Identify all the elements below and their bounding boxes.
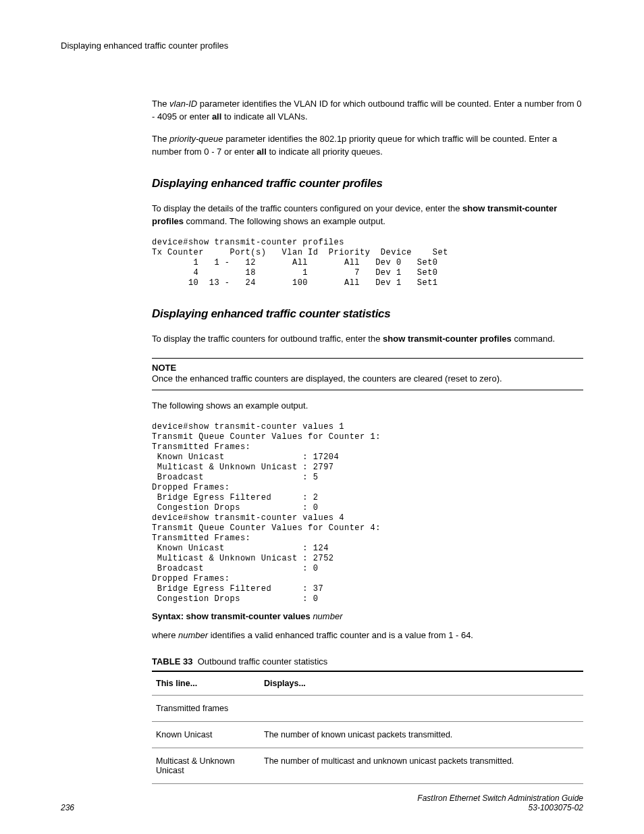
text: command. xyxy=(512,334,555,344)
footer-doc-title: FastIron Ethernet Switch Administration … xyxy=(417,793,583,812)
keyword: all xyxy=(257,147,266,157)
text: The xyxy=(152,99,169,109)
table-header-row: This line... Displays... xyxy=(152,671,583,696)
text: to indicate all priority queues. xyxy=(267,147,383,157)
note-label: NOTE xyxy=(152,363,583,373)
text: command. The following shows an example … xyxy=(184,216,385,226)
doc-number: 53-1003075-02 xyxy=(529,803,583,812)
where-para: where number identifies a valid enhanced… xyxy=(152,629,583,642)
table-title: Outbound traffic counter statistics xyxy=(198,656,328,667)
keyword: all xyxy=(212,111,221,122)
page-number: 236 xyxy=(61,803,74,812)
section-heading-statistics: Displaying enhanced traffic counter stat… xyxy=(152,307,583,321)
section-heading-profiles: Displaying enhanced traffic counter prof… xyxy=(152,177,583,190)
page-footer: 236 FastIron Ethernet Switch Administrat… xyxy=(61,793,583,812)
table-row: Multicast & Unknown Unicast The number o… xyxy=(152,748,583,784)
note-block: NOTE Once the enhanced traffic counters … xyxy=(152,358,583,390)
syntax-line: Syntax: show transmit-counter values num… xyxy=(152,611,583,621)
col-header-line: This line... xyxy=(152,671,260,696)
cell: The number of known unicast packets tran… xyxy=(260,722,583,748)
intro-para-1: The vlan-ID parameter identifies the VLA… xyxy=(152,98,583,124)
cell: Known Unicast xyxy=(152,722,260,748)
cli-output-values: device#show transmit-counter values 1 Tr… xyxy=(152,422,583,604)
after-note-para: The following shows an example output. xyxy=(152,400,583,413)
cell: Transmitted frames xyxy=(152,696,260,722)
syntax-bold: Syntax: show transmit-counter values xyxy=(152,611,311,621)
running-header: Displaying enhanced traffic counter prof… xyxy=(61,41,583,51)
statistics-table: This line... Displays... Transmitted fra… xyxy=(152,671,583,784)
table-row: Transmitted frames xyxy=(152,696,583,722)
param-name: vlan-ID xyxy=(169,99,197,109)
cell: The number of multicast and unknown unic… xyxy=(260,748,583,784)
cell xyxy=(260,696,583,722)
table-row: Known Unicast The number of known unicas… xyxy=(152,722,583,748)
intro-para-2: The priority-queue parameter identifies … xyxy=(152,133,583,159)
section1-para: To display the details of the traffic co… xyxy=(152,203,583,228)
section2-para: To display the traffic counters for outb… xyxy=(152,333,583,346)
table-label: TABLE 33 xyxy=(152,656,192,667)
col-header-displays: Displays... xyxy=(260,671,583,696)
cell: Multicast & Unknown Unicast xyxy=(152,748,260,784)
text: identifies a valid enhanced traffic coun… xyxy=(208,630,473,640)
text: The xyxy=(152,134,169,144)
main-content: The vlan-ID parameter identifies the VLA… xyxy=(152,98,583,784)
text: where xyxy=(152,630,178,640)
table-caption: TABLE 33 Outbound traffic counter statis… xyxy=(152,656,583,667)
command: show transmit-counter profiles xyxy=(383,334,512,344)
cli-output-profiles: device#show transmit-counter profiles Tx… xyxy=(152,238,583,288)
text: to indicate all VLANs. xyxy=(221,111,307,122)
syntax-param: number xyxy=(311,611,343,621)
text: To display the details of the traffic co… xyxy=(152,203,462,213)
doc-title-text: FastIron Ethernet Switch Administration … xyxy=(417,793,583,803)
note-text: Once the enhanced traffic counters are d… xyxy=(152,373,583,386)
text: To display the traffic counters for outb… xyxy=(152,334,383,344)
param-name: priority-queue xyxy=(169,134,223,144)
param-name: number xyxy=(178,630,208,640)
